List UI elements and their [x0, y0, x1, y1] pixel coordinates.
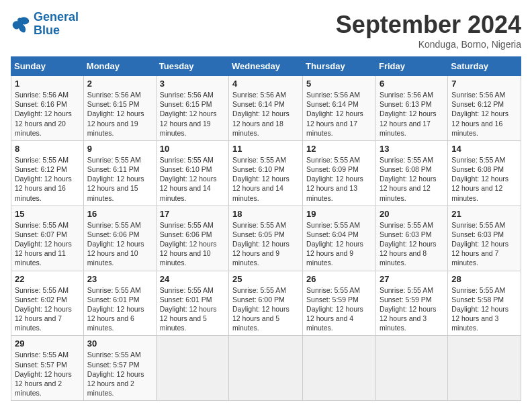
logo-icon — [11, 14, 31, 34]
day-info: Sunrise: 5:55 AMSunset: 6:01 PMDaylight:… — [160, 285, 225, 333]
day-cell: 9 Sunrise: 5:55 AMSunset: 6:11 PMDayligh… — [83, 140, 156, 205]
day-number: 8 — [15, 144, 80, 154]
day-info: Sunrise: 5:55 AMSunset: 6:00 PMDaylight:… — [232, 285, 299, 333]
day-number: 23 — [87, 274, 152, 284]
day-cell: 18 Sunrise: 5:55 AMSunset: 6:05 PMDaylig… — [229, 205, 303, 271]
day-number: 24 — [160, 274, 225, 284]
day-cell: 22 Sunrise: 5:55 AMSunset: 6:02 PMDaylig… — [11, 271, 84, 336]
day-number: 29 — [15, 338, 80, 349]
day-cell: 30 Sunrise: 5:55 AMSunset: 5:57 PMDaylig… — [83, 336, 156, 401]
day-number: 15 — [15, 209, 80, 219]
day-cell — [375, 336, 447, 401]
day-number: 22 — [15, 274, 80, 284]
day-number: 30 — [87, 338, 152, 349]
location: Konduga, Borno, Nigeria — [336, 39, 521, 50]
day-info: Sunrise: 5:55 AMSunset: 5:57 PMDaylight:… — [87, 350, 152, 398]
day-number: 25 — [232, 274, 299, 284]
day-info: Sunrise: 5:55 AMSunset: 6:07 PMDaylight:… — [15, 220, 80, 268]
day-number: 17 — [160, 209, 225, 219]
page-header: General Blue September 2024 Konduga, Bor… — [11, 11, 521, 50]
day-cell: 13 Sunrise: 5:55 AMSunset: 6:08 PMDaylig… — [375, 140, 447, 205]
day-cell: 25 Sunrise: 5:55 AMSunset: 6:00 PMDaylig… — [229, 271, 303, 336]
day-info: Sunrise: 5:55 AMSunset: 6:06 PMDaylight:… — [160, 220, 225, 268]
week-row-4: 22 Sunrise: 5:55 AMSunset: 6:02 PMDaylig… — [11, 271, 521, 336]
day-number: 16 — [87, 209, 152, 219]
day-info: Sunrise: 5:55 AMSunset: 6:08 PMDaylight:… — [380, 155, 444, 203]
day-cell: 23 Sunrise: 5:55 AMSunset: 6:01 PMDaylig… — [83, 271, 156, 336]
day-number: 3 — [160, 79, 225, 89]
day-number: 11 — [232, 144, 299, 154]
day-info: Sunrise: 5:56 AMSunset: 6:12 PMDaylight:… — [451, 90, 517, 138]
day-info: Sunrise: 5:55 AMSunset: 6:01 PMDaylight:… — [87, 285, 152, 333]
day-number: 19 — [306, 209, 372, 219]
day-number: 18 — [232, 209, 299, 219]
day-number: 2 — [87, 79, 152, 89]
day-cell: 6 Sunrise: 5:56 AMSunset: 6:13 PMDayligh… — [375, 76, 447, 141]
day-info: Sunrise: 5:56 AMSunset: 6:14 PMDaylight:… — [232, 90, 299, 138]
day-cell: 28 Sunrise: 5:55 AMSunset: 5:58 PMDaylig… — [448, 271, 521, 336]
day-info: Sunrise: 5:56 AMSunset: 6:14 PMDaylight:… — [306, 90, 372, 138]
day-cell: 7 Sunrise: 5:56 AMSunset: 6:12 PMDayligh… — [448, 76, 521, 141]
week-row-2: 8 Sunrise: 5:55 AMSunset: 6:12 PMDayligh… — [11, 140, 521, 205]
day-cell: 1 Sunrise: 5:56 AMSunset: 6:16 PMDayligh… — [11, 76, 84, 141]
day-number: 20 — [380, 209, 444, 219]
day-cell: 16 Sunrise: 5:55 AMSunset: 6:06 PMDaylig… — [83, 205, 156, 271]
day-cell: 27 Sunrise: 5:55 AMSunset: 5:59 PMDaylig… — [375, 271, 447, 336]
col-header-friday: Friday — [375, 57, 447, 76]
week-row-5: 29 Sunrise: 5:55 AMSunset: 5:57 PMDaylig… — [11, 336, 521, 401]
day-cell — [448, 336, 521, 401]
day-cell: 2 Sunrise: 5:56 AMSunset: 6:15 PMDayligh… — [83, 76, 156, 141]
day-cell: 12 Sunrise: 5:55 AMSunset: 6:09 PMDaylig… — [303, 140, 376, 205]
day-cell: 21 Sunrise: 5:55 AMSunset: 6:03 PMDaylig… — [448, 205, 521, 271]
col-header-sunday: Sunday — [11, 57, 84, 76]
day-cell: 29 Sunrise: 5:55 AMSunset: 5:57 PMDaylig… — [11, 336, 84, 401]
day-cell: 3 Sunrise: 5:56 AMSunset: 6:15 PMDayligh… — [156, 76, 228, 141]
calendar-table: SundayMondayTuesdayWednesdayThursdayFrid… — [11, 56, 521, 401]
day-cell: 26 Sunrise: 5:55 AMSunset: 5:59 PMDaylig… — [303, 271, 376, 336]
day-info: Sunrise: 5:55 AMSunset: 5:59 PMDaylight:… — [306, 285, 372, 333]
day-info: Sunrise: 5:55 AMSunset: 5:57 PMDaylight:… — [15, 350, 80, 398]
day-info: Sunrise: 5:55 AMSunset: 6:10 PMDaylight:… — [160, 155, 225, 203]
day-info: Sunrise: 5:55 AMSunset: 6:11 PMDaylight:… — [87, 155, 152, 203]
day-cell — [156, 336, 228, 401]
day-number: 14 — [451, 144, 517, 154]
day-cell: 5 Sunrise: 5:56 AMSunset: 6:14 PMDayligh… — [303, 76, 376, 141]
day-info: Sunrise: 5:55 AMSunset: 6:12 PMDaylight:… — [15, 155, 80, 203]
day-info: Sunrise: 5:55 AMSunset: 5:58 PMDaylight:… — [451, 285, 517, 333]
day-number: 9 — [87, 144, 152, 154]
day-info: Sunrise: 5:55 AMSunset: 6:09 PMDaylight:… — [306, 155, 372, 203]
col-header-tuesday: Tuesday — [156, 57, 228, 76]
day-cell — [303, 336, 376, 401]
day-cell: 4 Sunrise: 5:56 AMSunset: 6:14 PMDayligh… — [229, 76, 303, 141]
day-info: Sunrise: 5:55 AMSunset: 6:03 PMDaylight:… — [380, 220, 444, 268]
logo: General Blue — [11, 11, 79, 38]
col-header-wednesday: Wednesday — [229, 57, 303, 76]
day-info: Sunrise: 5:56 AMSunset: 6:16 PMDaylight:… — [15, 90, 80, 138]
day-info: Sunrise: 5:55 AMSunset: 6:03 PMDaylight:… — [451, 220, 517, 268]
col-header-saturday: Saturday — [448, 57, 521, 76]
day-cell — [229, 336, 303, 401]
day-number: 28 — [451, 274, 517, 284]
day-number: 6 — [380, 79, 444, 89]
day-cell: 20 Sunrise: 5:55 AMSunset: 6:03 PMDaylig… — [375, 205, 447, 271]
day-number: 5 — [306, 79, 372, 89]
calendar-header-row: SundayMondayTuesdayWednesdayThursdayFrid… — [11, 57, 521, 76]
month-title: September 2024 — [336, 11, 521, 39]
day-cell: 11 Sunrise: 5:55 AMSunset: 6:10 PMDaylig… — [229, 140, 303, 205]
day-number: 21 — [451, 209, 517, 219]
day-number: 26 — [306, 274, 372, 284]
day-cell: 15 Sunrise: 5:55 AMSunset: 6:07 PMDaylig… — [11, 205, 84, 271]
day-number: 10 — [160, 144, 225, 154]
week-row-3: 15 Sunrise: 5:55 AMSunset: 6:07 PMDaylig… — [11, 205, 521, 271]
col-header-monday: Monday — [83, 57, 156, 76]
logo-text: General Blue — [34, 11, 79, 38]
day-cell: 14 Sunrise: 5:55 AMSunset: 6:08 PMDaylig… — [448, 140, 521, 205]
day-info: Sunrise: 5:55 AMSunset: 6:04 PMDaylight:… — [306, 220, 372, 268]
col-header-thursday: Thursday — [303, 57, 376, 76]
day-cell: 10 Sunrise: 5:55 AMSunset: 6:10 PMDaylig… — [156, 140, 228, 205]
day-cell: 17 Sunrise: 5:55 AMSunset: 6:06 PMDaylig… — [156, 205, 228, 271]
day-info: Sunrise: 5:55 AMSunset: 6:06 PMDaylight:… — [87, 220, 152, 268]
day-info: Sunrise: 5:56 AMSunset: 6:15 PMDaylight:… — [160, 90, 225, 138]
day-number: 7 — [451, 79, 517, 89]
day-number: 1 — [15, 79, 80, 89]
